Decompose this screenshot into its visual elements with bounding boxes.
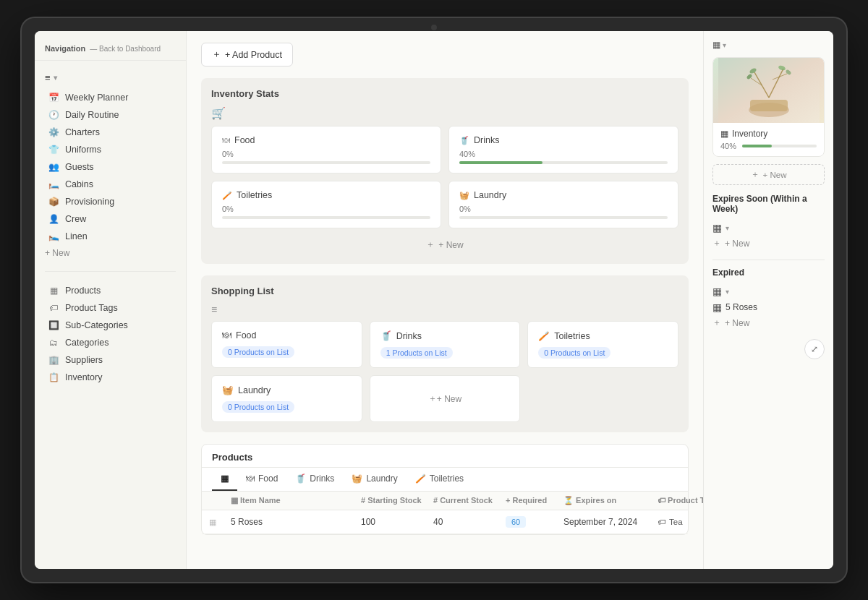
sidebar-item-suppliers[interactable]: 🏢 Suppliers — [38, 351, 183, 369]
panel-inv-icon: ▦ — [720, 129, 728, 139]
sidebar-item-sub-categories[interactable]: 🔲 Sub-Categories — [38, 317, 183, 334]
laundry-shop-badge: 0 Products on List — [222, 401, 294, 413]
row-item-name: 5 Roses — [231, 517, 361, 527]
sidebar-item-inventory[interactable]: 📋 Inventory — [38, 369, 183, 386]
products-icon: ▦ — [48, 286, 59, 296]
sidebar-item-cabins[interactable]: 🛏️ Cabins — [38, 176, 183, 193]
new-label: + New — [45, 248, 69, 258]
tab-food-icon: 🍽 — [246, 473, 255, 484]
panel-top-bar: ▦ ▾ — [712, 40, 825, 50]
expires-barcode-icon: ▦ — [712, 222, 722, 233]
add-product-button[interactable]: ＋ + Add Product — [201, 43, 293, 67]
daily-routine-icon: 🕐 — [48, 110, 59, 120]
drinks-shop-label: Drinks — [396, 331, 422, 341]
inventory-icon: 📋 — [48, 372, 59, 382]
drinks-icon: 🥤 — [459, 136, 469, 145]
guests-icon: 👥 — [48, 162, 59, 172]
sidebar-item-label: Weekly Planner — [65, 93, 128, 103]
sidebar-item-label: Guests — [65, 162, 94, 172]
tab-food[interactable]: 🍽 Food — [237, 468, 286, 491]
sidebar-item-label: Linen — [65, 231, 88, 241]
sidebar-item-categories[interactable]: 🗂 Categories — [38, 334, 183, 351]
toiletries-progress-bg — [222, 216, 430, 219]
panel-icon-button[interactable]: ▦ ▾ — [712, 40, 726, 50]
sidebar-item-label: Cabins — [65, 179, 93, 189]
expired-barcode-icon: ▦ — [712, 286, 722, 297]
sidebar-main-section: ≡ ▾ 📅 Weekly Planner 🕐 Daily Routine ⚙️ … — [35, 65, 186, 265]
sidebar-item-crew[interactable]: 👤 Crew — [38, 210, 183, 228]
required-badge: 60 — [506, 516, 526, 528]
products-tabs: ▦ 🍽 Food 🥤 Drinks 🧺 Laundry — [202, 468, 688, 492]
sidebar-item-linen[interactable]: 🛌 Linen — [38, 228, 183, 245]
inventory-stats-section: Inventory Stats 🛒 🍽 Food 0% — [201, 78, 689, 264]
sidebar-item-label: Product Tags — [65, 303, 118, 313]
plus-icon: ＋ — [751, 169, 760, 180]
tab-laundry[interactable]: 🧺 Laundry — [343, 468, 406, 491]
sidebar-item-charters[interactable]: ⚙️ Charters — [38, 124, 183, 141]
sidebar-item-guests[interactable]: 👥 Guests — [38, 158, 183, 176]
sidebar-item-provisioning[interactable]: 📦 Provisioning — [38, 193, 183, 210]
drinks-pct: 40% — [459, 150, 668, 158]
expired-title: Expired — [712, 267, 825, 278]
sidebar-item-label: Charters — [65, 127, 100, 137]
expires-soon-new-button[interactable]: ＋ + New — [712, 236, 825, 251]
sidebar-item-products[interactable]: ▦ Products — [38, 282, 183, 299]
food-pct: 0% — [222, 150, 430, 158]
expired-group: Expired ▦ ▾ ▦ 5 Roses ＋ + New — [712, 267, 825, 330]
row-required: 60 — [506, 516, 563, 528]
tab-laundry-label: Laundry — [366, 473, 397, 484]
crew-icon: 👤 — [48, 214, 59, 224]
back-to-dashboard-link[interactable]: — Back to Dashboard — [90, 45, 161, 53]
sidebar-item-daily-routine[interactable]: 🕐 Daily Routine — [38, 106, 183, 124]
inventory-stats-title: Inventory Stats — [211, 88, 678, 99]
products-table-section: Products ▦ 🍽 Food 🥤 Drinks — [201, 444, 689, 535]
sub-categories-icon: 🔲 — [48, 320, 59, 330]
expand-button[interactable]: ⤢ — [804, 339, 825, 359]
shopping-list-section: Shopping List ≡ 🍽 Food 0 Products on Lis… — [201, 275, 689, 432]
panel-progress-fill — [742, 145, 772, 147]
sidebar-item-label: Inventory — [65, 372, 102, 382]
toiletries-label: Toiletries — [237, 190, 272, 200]
shopping-new-button[interactable]: ＋ + New — [370, 375, 521, 422]
stats-grid: 🍽 Food 0% 🥤 Drinks — [211, 126, 678, 228]
food-icon: 🍽 — [222, 136, 230, 145]
table-row: ▦ 5 Roses 100 40 60 September 7, 2024 🏷 … — [202, 510, 688, 534]
sidebar-item-product-tags[interactable]: 🏷 Product Tags — [38, 299, 183, 317]
shopping-card-toiletries: 🪥 Toiletries 0 Products on List — [527, 321, 678, 368]
col-icon-header — [209, 496, 231, 505]
toiletries-shop-icon: 🪥 — [538, 330, 550, 341]
panel-pct: 40% — [720, 142, 738, 150]
expired-new-button[interactable]: ＋ + New — [712, 315, 825, 330]
panel-new-button[interactable]: ＋ + New — [712, 164, 825, 185]
sidebar-item-label: Daily Routine — [65, 110, 119, 120]
stats-new-btn-row: ＋ + New — [211, 236, 678, 254]
row-expires-on: September 7, 2024 — [563, 517, 658, 527]
products-table-title: Products — [202, 445, 688, 468]
stat-card-toiletries: 🪥 Toiletries 0% — [211, 181, 441, 228]
tab-laundry-icon: 🧺 — [352, 473, 362, 484]
sidebar-new-btn[interactable]: + New — [35, 245, 186, 261]
tab-drinks-icon: 🥤 — [295, 473, 306, 484]
sidebar-item-label: Suppliers — [65, 355, 103, 365]
food-shop-badge: 0 Products on List — [222, 346, 294, 358]
plus-icon: ＋ — [712, 317, 721, 329]
tab-drinks[interactable]: 🥤 Drinks — [286, 468, 343, 491]
tab-toiletries-label: Toiletries — [430, 473, 464, 484]
panel-progress-bg — [742, 145, 817, 147]
toiletries-shop-label: Toiletries — [554, 331, 590, 341]
stat-card-food: 🍽 Food 0% — [211, 126, 441, 173]
drinks-progress-bg — [459, 161, 668, 164]
sidebar-item-label: Categories — [65, 338, 109, 348]
tab-all[interactable]: ▦ — [212, 468, 237, 491]
sidebar-item-uniforms[interactable]: 👕 Uniforms — [38, 141, 183, 158]
tab-toiletries[interactable]: 🪥 Toiletries — [407, 468, 472, 491]
app-container: Navigation — Back to Dashboard ≡ ▾ 📅 Wee… — [35, 31, 833, 569]
stats-new-button[interactable]: ＋ + New — [419, 236, 470, 254]
sidebar-item-weekly-planner[interactable]: 📅 Weekly Planner — [38, 89, 183, 106]
tab-toiletries-icon: 🪥 — [415, 473, 426, 484]
col-product-tag-header: 🏷 Product Tag — [658, 496, 703, 505]
col-starting-stock-header: # Starting Stock — [361, 496, 433, 505]
main-content: ＋ + Add Product Inventory Stats 🛒 🍽 Food — [187, 31, 703, 569]
stat-card-drinks: 🥤 Drinks 40% — [448, 126, 678, 173]
laundry-shop-label: Laundry — [238, 385, 271, 395]
